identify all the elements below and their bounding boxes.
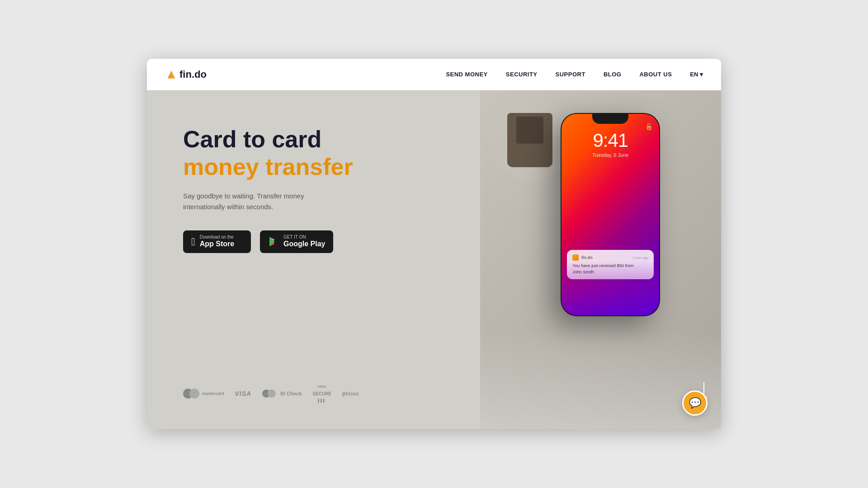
logo-icon	[165, 68, 178, 81]
google-play-sub-label: GET IT ON	[283, 235, 306, 239]
google-play-text: GET IT ON Google Play	[283, 235, 325, 248]
cta-buttons:  Download on the App Store	[183, 230, 400, 253]
visa-secure-sub: ▌▌▌	[318, 399, 326, 402]
mastercard-label: mastercard	[202, 391, 224, 396]
notification-time: 3 min ago	[632, 256, 648, 260]
hero-right: 🔓 9:41 Tuesday, 6 June fin.do 3 min	[480, 90, 721, 429]
app-store-sub-label: Download on the	[200, 235, 234, 239]
phone-body: 🔓 9:41 Tuesday, 6 June fin.do 3 min	[561, 113, 660, 316]
google-play-button[interactable]: GET IT ON Google Play	[260, 230, 333, 253]
visa-secure-top: VISA	[318, 385, 326, 389]
nav-link-about-us[interactable]: ABOUT US	[639, 71, 672, 78]
notification-app-icon	[572, 254, 579, 261]
visa-label: VISA	[235, 390, 252, 397]
visa-secure-badge: VISA SECURE ▌▌▌	[312, 385, 331, 402]
phone-bg: 🔓 9:41 Tuesday, 6 June fin.do 3 min	[480, 90, 721, 429]
logo-text: fin.do	[179, 69, 207, 80]
navbar: fin.do SEND MONEY SECURITY SUPPORT BLOG …	[147, 59, 721, 90]
hero-title-line1: Card to card	[183, 127, 400, 152]
notification-app-name: fin.do	[581, 255, 630, 260]
phone-notch	[592, 114, 628, 124]
phone-screen: 🔓 9:41 Tuesday, 6 June fin.do 3 min	[561, 114, 659, 315]
nav-link-support[interactable]: SUPPORT	[556, 71, 585, 78]
browser-window: fin.do SEND MONEY SECURITY SUPPORT BLOG …	[147, 59, 721, 429]
phone-mockup: 🔓 9:41 Tuesday, 6 June fin.do 3 min	[561, 113, 660, 316]
app-store-button[interactable]:  Download on the App Store	[183, 230, 251, 253]
google-play-main-label: Google Play	[283, 239, 325, 248]
app-store-text: Download on the App Store	[200, 235, 234, 248]
chat-icon: 💬	[689, 397, 701, 409]
visa-badge: VISA	[235, 390, 252, 397]
hero-title-line2: money transfer	[183, 154, 400, 180]
notification-header: fin.do 3 min ago	[572, 254, 648, 261]
logo[interactable]: fin.do	[165, 68, 207, 81]
phone-date: Tuesday, 6 June	[561, 152, 659, 158]
trust-badges: mastercard VISA ID Check VISA	[183, 375, 453, 402]
pci-text: pci	[342, 390, 350, 397]
table-surface	[480, 330, 721, 429]
nav-link-security[interactable]: SECURITY	[506, 71, 538, 78]
google-play-icon	[268, 236, 279, 247]
coffee-decoration	[489, 99, 571, 181]
hero-content: Card to card money transfer Say goodbye …	[183, 127, 400, 280]
pci-dss-text: DSS	[350, 392, 359, 396]
pci-dss-badge: pci DSS	[342, 390, 359, 397]
screen-waves	[561, 261, 659, 315]
hero-left: Card to card money transfer Say goodbye …	[147, 90, 480, 429]
visa-secure-main: SECURE	[312, 391, 331, 396]
hero-subtitle: Say goodbye to waiting. Transfer moneyin…	[183, 191, 400, 212]
phone-time: 9:41	[561, 130, 659, 151]
nav-link-send-money[interactable]: SEND MONEY	[446, 71, 487, 78]
chat-button[interactable]: 💬	[682, 390, 708, 416]
mastercard-badge: mastercard	[183, 389, 224, 399]
hero-section: Card to card money transfer Say goodbye …	[147, 90, 721, 429]
app-store-main-label: App Store	[200, 239, 234, 248]
nav-links: SEND MONEY SECURITY SUPPORT BLOG ABOUT U…	[446, 71, 703, 78]
lock-icon: 🔓	[645, 123, 653, 130]
nav-link-blog[interactable]: BLOG	[604, 71, 622, 78]
mastercard-icon	[183, 389, 199, 399]
language-selector[interactable]: EN ▾	[690, 71, 703, 78]
idcheck-badge: ID Check	[262, 389, 302, 398]
idcheck-label: ID Check	[280, 391, 302, 396]
apple-icon: 	[191, 235, 195, 248]
idcheck-mc-icon	[262, 389, 276, 398]
